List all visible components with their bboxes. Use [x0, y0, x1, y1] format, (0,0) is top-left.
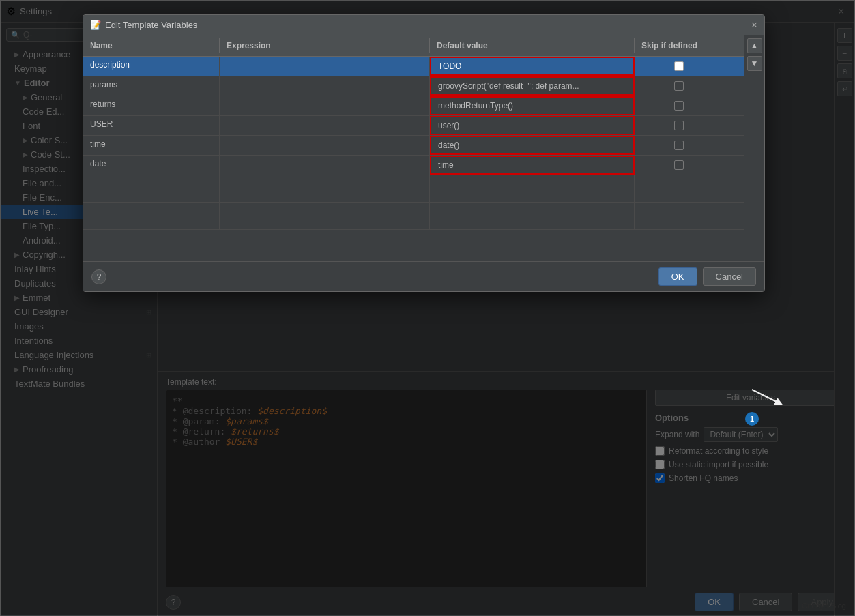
- dialog-help-button[interactable]: ?: [91, 269, 106, 284]
- edit-template-variables-dialog: 📝 Edit Template Variables × Name Express…: [83, 14, 765, 292]
- dialog-icon: 📝: [90, 20, 101, 30]
- row-expression: [220, 116, 430, 135]
- scroll-up-button[interactable]: ▲: [747, 38, 762, 53]
- settings-window: ⚙ Settings × 🔍 ▶ Appearance Keymap ▼ Ed: [0, 0, 855, 616]
- dialog-table-container: Name Expression Default value Skip if de…: [83, 35, 764, 261]
- table-row[interactable]: description TODO: [83, 57, 744, 76]
- skip-checkbox[interactable]: [674, 81, 684, 91]
- dialog-ok-button[interactable]: OK: [658, 267, 697, 286]
- skip-checkbox[interactable]: [674, 121, 684, 130]
- table-row[interactable]: returns methodReturnType(): [83, 96, 744, 116]
- col-header-expression: Expression: [220, 38, 430, 53]
- row-expression: [220, 76, 430, 96]
- row-skip-if-defined[interactable]: [635, 116, 723, 135]
- skip-checkbox[interactable]: [674, 160, 684, 170]
- row-skip-if-defined[interactable]: [635, 57, 723, 76]
- dialog-side-toolbar: ▲ ▼: [744, 35, 764, 261]
- row-default-value: date(): [430, 136, 635, 155]
- dialog-cancel-button[interactable]: Cancel: [703, 267, 756, 286]
- arrow-svg: [745, 383, 786, 410]
- row-skip-if-defined[interactable]: [635, 156, 723, 175]
- table-row[interactable]: params groovyScript("def result=''; def …: [83, 76, 744, 96]
- dialog-close-button[interactable]: ×: [751, 20, 757, 31]
- row-default-value: time: [430, 156, 635, 175]
- skip-checkbox[interactable]: [674, 101, 684, 111]
- row-default-value: methodReturnType(): [430, 96, 635, 115]
- table-row[interactable]: time date(): [83, 136, 744, 156]
- row-expression: [220, 96, 430, 115]
- dialog-buttons: OK Cancel: [658, 267, 756, 286]
- row-name: description: [83, 57, 220, 76]
- dialog-titlebar: 📝 Edit Template Variables ×: [83, 15, 764, 35]
- row-skip-if-defined[interactable]: [635, 76, 723, 96]
- col-header-skip-if-defined: Skip if defined: [635, 38, 723, 53]
- table-row-empty: [83, 203, 744, 230]
- skip-checkbox[interactable]: [674, 141, 684, 150]
- row-default-value: user(): [430, 116, 635, 135]
- row-expression: [220, 136, 430, 155]
- dialog-table-scroll[interactable]: description TODO params groovyScript("de…: [83, 57, 744, 261]
- table-row[interactable]: USER user(): [83, 116, 744, 136]
- row-default-value: TODO: [430, 57, 635, 76]
- scroll-down-button[interactable]: ▼: [747, 56, 762, 71]
- dialog-title: 📝 Edit Template Variables: [90, 20, 197, 30]
- dialog-title-text: Edit Template Variables: [105, 20, 197, 30]
- row-expression: [220, 57, 430, 76]
- col-header-default-value: Default value: [430, 38, 635, 53]
- info-badge: 1: [745, 412, 759, 426]
- dialog-table-main: Name Expression Default value Skip if de…: [83, 35, 744, 261]
- row-skip-if-defined[interactable]: [635, 96, 723, 115]
- row-skip-if-defined[interactable]: [635, 136, 723, 155]
- row-name: USER: [83, 116, 220, 135]
- row-name: params: [83, 76, 220, 96]
- dialog-footer: ? OK Cancel: [83, 261, 764, 291]
- row-name: date: [83, 156, 220, 175]
- row-expression: [220, 156, 430, 175]
- col-header-name: Name: [83, 38, 220, 53]
- table-row[interactable]: date time: [83, 156, 744, 175]
- arrow-annotation: 1: [745, 383, 786, 426]
- table-row-empty: [83, 175, 744, 203]
- row-name: returns: [83, 96, 220, 115]
- skip-checkbox[interactable]: [674, 61, 684, 71]
- row-default-value: groovyScript("def result=''; def param..…: [430, 76, 635, 96]
- dialog-table-header: Name Expression Default value Skip if de…: [83, 35, 744, 57]
- row-name: time: [83, 136, 220, 155]
